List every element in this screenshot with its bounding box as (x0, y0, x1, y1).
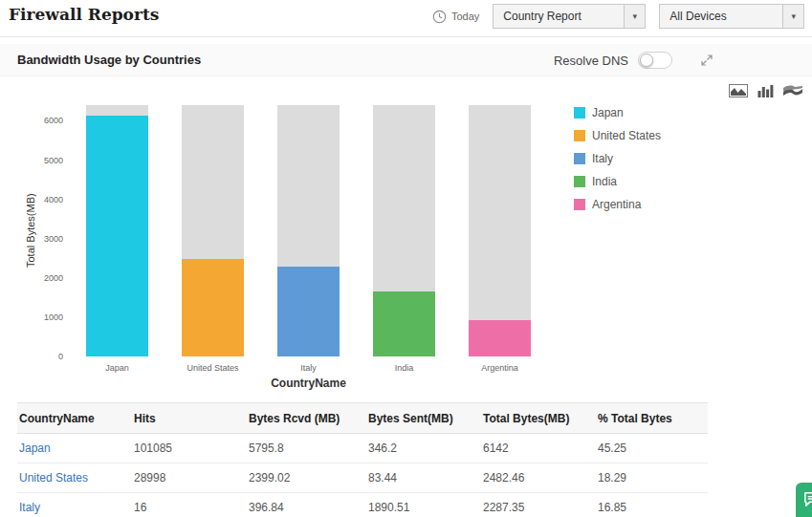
stream-chart-icon[interactable] (783, 84, 802, 97)
legend-item-united-states[interactable]: United States (574, 129, 661, 142)
cell-bytes-sent: 83.44 (366, 463, 481, 493)
column-header-countryname[interactable]: CountryName (17, 403, 132, 434)
page-title: Firewall Reports (9, 5, 159, 24)
y-tick-label: 0 (58, 352, 63, 361)
bar-japan[interactable]: Japan (86, 105, 148, 356)
cell-pct-total-bytes: 18.29 (596, 463, 708, 493)
country-link[interactable]: Japan (17, 434, 132, 463)
report-type-value: Country Report (494, 10, 624, 23)
cell-total-bytes: 6142 (481, 434, 596, 463)
device-select[interactable]: All Devices ▾ (659, 4, 804, 29)
column-header-hits[interactable]: Hits (132, 403, 247, 434)
bar-value (373, 291, 435, 356)
y-tick-label: 3000 (44, 234, 63, 244)
legend-item-japan[interactable]: Japan (574, 106, 661, 119)
panel-header: Bandwidth Usage by Countries Resolve DNS (0, 44, 812, 76)
chevron-down-icon[interactable]: ▾ (624, 5, 645, 28)
legend-item-india[interactable]: India (574, 175, 661, 188)
legend-label: Argentina (592, 198, 641, 211)
resolve-dns-label: Resolve DNS (554, 54, 628, 68)
header-divider (0, 36, 812, 37)
legend-swatch (574, 153, 585, 164)
cell-pct-total-bytes: 16.85 (596, 493, 708, 517)
country-link[interactable]: Italy (17, 493, 132, 517)
column-header-bytes-sent[interactable]: Bytes Sent(MB) (366, 403, 481, 434)
device-select-value: All Devices (660, 10, 782, 23)
legend-item-italy[interactable]: Italy (574, 152, 661, 165)
legend-label: Italy (592, 152, 613, 165)
legend-label: India (592, 175, 617, 188)
expand-diagonal-icon[interactable] (701, 54, 713, 66)
country-link[interactable]: United States (17, 463, 132, 493)
column-header-pct-total-bytes[interactable]: % Total Bytes (596, 403, 708, 434)
resolve-dns-toggle[interactable] (638, 52, 672, 69)
report-type-select[interactable]: Country Report ▾ (493, 4, 646, 29)
category-label: Japan (69, 363, 165, 373)
y-axis-ticks: 0100020003000400050006000 (31, 105, 63, 356)
bar-argentina[interactable]: Argentina (469, 105, 531, 356)
cell-total-bytes: 2287.35 (481, 493, 596, 517)
bar-italy[interactable]: Italy (277, 105, 340, 356)
cell-hits: 101085 (132, 434, 247, 463)
category-label: Italy (260, 363, 357, 373)
chat-bubble-icon (802, 490, 812, 508)
cell-pct-total-bytes: 45.25 (596, 434, 708, 463)
bar-value (277, 267, 340, 356)
legend-item-argentina[interactable]: Argentina (574, 198, 661, 211)
category-label: India (356, 363, 452, 373)
bar-value (86, 116, 148, 356)
y-tick-label: 1000 (44, 312, 63, 322)
bar-backdrop (469, 105, 531, 356)
chart-type-switcher (729, 84, 802, 97)
toggle-knob (640, 54, 653, 67)
bar-india[interactable]: India (373, 105, 435, 356)
table-row: Japan 101085 5795.8 346.2 6142 45.25 (17, 434, 708, 463)
bar-value (182, 259, 244, 356)
cell-bytes-sent: 1890.51 (366, 493, 481, 517)
legend-swatch (574, 176, 585, 187)
top-controls: Today Country Report ▾ All Devices ▾ (432, 4, 804, 29)
cell-total-bytes: 2482.46 (481, 463, 596, 493)
cell-bytes-sent: 346.2 (366, 434, 481, 463)
legend-swatch (574, 199, 585, 210)
column-header-bytes-rcvd[interactable]: Bytes Rcvd (MB) (247, 403, 366, 434)
area-chart-icon[interactable] (729, 84, 748, 97)
time-filter-button[interactable]: Today (432, 10, 479, 24)
x-axis-title: CountryName (72, 377, 545, 390)
clock-icon (432, 10, 447, 24)
firewall-reports-page: Firewall Reports Today Country Report ▾ … (0, 0, 812, 517)
bar-value (469, 320, 531, 356)
cell-hits: 16 (132, 493, 247, 517)
y-tick-label: 6000 (44, 116, 63, 125)
y-tick-label: 2000 (44, 273, 63, 283)
cell-bytes-rcvd: 2399.02 (247, 463, 366, 493)
bar-chart-plot: JapanUnited StatesItalyIndiaArgentina (72, 105, 545, 356)
legend-swatch (574, 130, 585, 141)
legend-label: Japan (592, 106, 624, 119)
cell-bytes-rcvd: 5795.8 (247, 434, 366, 463)
panel-title: Bandwidth Usage by Countries (17, 53, 201, 67)
table-row: United States 28998 2399.02 83.44 2482.4… (17, 463, 708, 493)
cell-bytes-rcvd: 396.84 (247, 493, 366, 517)
category-label: Argentina (451, 363, 548, 373)
bar-united-states[interactable]: United States (182, 105, 244, 356)
chevron-down-icon[interactable]: ▾ (782, 5, 803, 28)
category-label: United States (165, 363, 261, 373)
chat-widget-button[interactable] (796, 483, 812, 517)
chart-legend: JapanUnited StatesItalyIndiaArgentina (574, 106, 661, 211)
country-report-table: CountryName Hits Bytes Rcvd (MB) Bytes S… (17, 402, 708, 517)
table-header-row: CountryName Hits Bytes Rcvd (MB) Bytes S… (17, 403, 708, 434)
table-row: Italy 16 396.84 1890.51 2287.35 16.85 (17, 493, 708, 517)
legend-label: United States (592, 129, 661, 142)
cell-hits: 28998 (132, 463, 247, 493)
y-tick-label: 5000 (44, 156, 63, 165)
y-tick-label: 4000 (44, 195, 63, 205)
bar-chart-icon[interactable] (757, 84, 774, 97)
legend-swatch (574, 107, 585, 118)
time-filter-label: Today (451, 11, 479, 22)
column-header-total-bytes[interactable]: Total Bytes(MB) (481, 403, 596, 434)
